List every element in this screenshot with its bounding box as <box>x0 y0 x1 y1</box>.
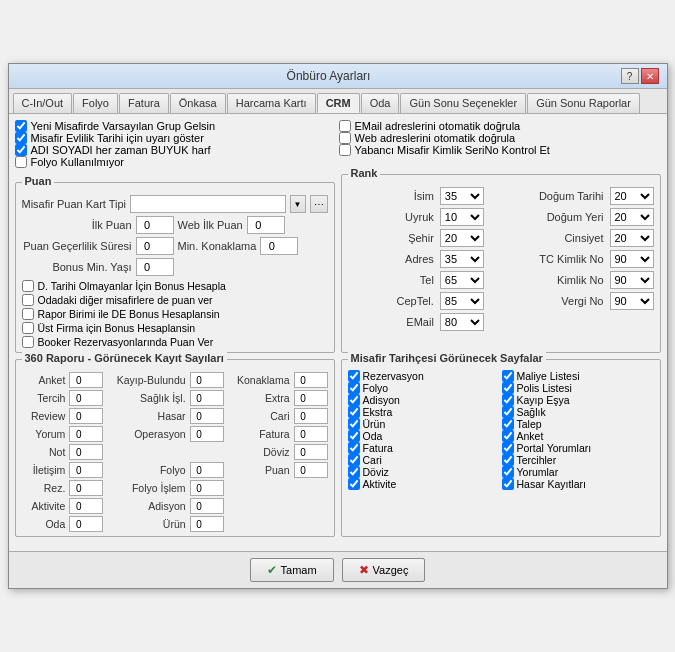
tab-gun-sonu-sec[interactable]: Gün Sonu Seçenekler <box>400 93 526 113</box>
tab-gun-sonu-rap[interactable]: Gün Sonu Raporlar <box>527 93 640 113</box>
hist-oda-input[interactable] <box>348 430 360 442</box>
check-ust-firma-input[interactable] <box>22 322 34 334</box>
tab-oda[interactable]: Oda <box>361 93 400 113</box>
report-konaklama-input[interactable] <box>294 372 328 388</box>
ilk-puan-input[interactable] <box>136 216 174 234</box>
hist-ekstra-input[interactable] <box>348 406 360 418</box>
hist-maliye-input[interactable] <box>502 370 514 382</box>
spacer <box>9 543 667 551</box>
tab-fatura[interactable]: Fatura <box>119 93 169 113</box>
report-puan-input[interactable] <box>294 462 328 478</box>
rank-vergi-select[interactable]: 90 <box>610 292 654 310</box>
check-web-input[interactable] <box>339 132 351 144</box>
check-dtarihi: D. Tarihi Olmayanlar İçin Bonus Hesapla <box>22 280 328 292</box>
report-cari-input[interactable] <box>294 408 328 424</box>
tab-crm[interactable]: CRM <box>317 93 360 113</box>
check-dtarihi-input[interactable] <box>22 280 34 292</box>
rank-adres-select[interactable]: 35 <box>440 250 484 268</box>
ok-label: Tamam <box>281 564 317 576</box>
check-evlilik: Misafir Evlilik Tarihi için uyarı göster <box>15 132 337 144</box>
report-operasyon-input[interactable] <box>190 426 224 442</box>
hist-urun-input[interactable] <box>348 418 360 430</box>
report-urun-input[interactable] <box>190 516 224 532</box>
web-ilk-puan-input[interactable] <box>247 216 285 234</box>
close-button[interactable]: ✕ <box>641 68 659 84</box>
cancel-button[interactable]: ✖ Vazgeç <box>342 558 426 582</box>
check-buyuk-harf-input[interactable] <box>15 144 27 156</box>
rank-tc-select[interactable]: 90 <box>610 250 654 268</box>
tab-folyo[interactable]: Folyo <box>73 93 118 113</box>
hist-rezervasyon-input[interactable] <box>348 370 360 382</box>
hist-folyo-input[interactable] <box>348 382 360 394</box>
report-saglik-input[interactable] <box>190 390 224 406</box>
check-odadaki-input[interactable] <box>22 294 34 306</box>
bonus-min-input[interactable] <box>136 258 174 276</box>
rank-email-select[interactable]: 80 <box>440 313 484 331</box>
check-rapor-input[interactable] <box>22 308 34 320</box>
tab-harcama[interactable]: Harcama Kartı <box>227 93 316 113</box>
check-yabanci-input[interactable] <box>339 144 351 156</box>
tab-cin-out[interactable]: C-In/Out <box>13 93 73 113</box>
rank-uyruk-select[interactable]: 10 <box>440 208 484 226</box>
hist-talep-input[interactable] <box>502 418 514 430</box>
report-tercih-input[interactable] <box>69 390 103 406</box>
report-folyo-input[interactable] <box>190 462 224 478</box>
rank-tel-select[interactable]: 65 <box>440 271 484 289</box>
report-oda-input[interactable] <box>69 516 103 532</box>
help-button[interactable]: ? <box>621 68 639 84</box>
check-folyo-input[interactable] <box>15 156 27 168</box>
report-adisyon-input[interactable] <box>190 498 224 514</box>
report-yorum-input[interactable] <box>69 426 103 442</box>
rank-sehir-select[interactable]: 20 <box>440 229 484 247</box>
report-iletisim-input[interactable] <box>69 462 103 478</box>
hist-tercihler-input[interactable] <box>502 454 514 466</box>
report-doviz-input[interactable] <box>294 444 328 460</box>
hist-saglik-input[interactable] <box>502 406 514 418</box>
hist-hasar-kayitlari: Hasar Kayıtları <box>502 478 654 490</box>
check-evlilik-input[interactable] <box>15 132 27 144</box>
tab-onkasa[interactable]: Önkasa <box>170 93 226 113</box>
hist-adisyon-input[interactable] <box>348 394 360 406</box>
hist-talep-label: Talep <box>517 418 542 430</box>
report-fatura-input[interactable] <box>294 426 328 442</box>
hist-fatura-input[interactable] <box>348 442 360 454</box>
report-aktivite-input[interactable] <box>69 498 103 514</box>
rank-kimlik-select[interactable]: 90 <box>610 271 654 289</box>
report-extra-input[interactable] <box>294 390 328 406</box>
hist-portal-input[interactable] <box>502 442 514 454</box>
hist-doviz-input[interactable] <box>348 466 360 478</box>
puan-extra-checks: D. Tarihi Olmayanlar İçin Bonus Hesapla … <box>22 280 328 348</box>
kart-tipi-search[interactable]: ⋯ <box>310 195 328 213</box>
hist-anket-input[interactable] <box>502 430 514 442</box>
kart-tipi-dropdown[interactable]: ▼ <box>290 195 306 213</box>
check-booker-input[interactable] <box>22 336 34 348</box>
report-rez-input[interactable] <box>69 480 103 496</box>
check-email-input[interactable] <box>339 120 351 132</box>
hist-polis-input[interactable] <box>502 382 514 394</box>
hist-aktivite-input[interactable] <box>348 478 360 490</box>
gecerlilik-input[interactable] <box>136 237 174 255</box>
rank-cinsiyet-select[interactable]: 20 <box>610 229 654 247</box>
hist-hasar-kayitlari-input[interactable] <box>502 478 514 490</box>
report-not-input[interactable] <box>69 444 103 460</box>
ilk-puan-row: İlk Puan Web İlk Puan <box>22 216 328 234</box>
check-folyo-label: Folyo Kullanılmıyor <box>31 156 125 168</box>
report-folyo-islem-input[interactable] <box>190 480 224 496</box>
hist-kayip-esya-input[interactable] <box>502 394 514 406</box>
hist-saglik-label: Sağlık <box>517 406 546 418</box>
rank-adres-label: Adres <box>348 253 434 265</box>
rank-dogum-yeri-select[interactable]: 20 <box>610 208 654 226</box>
report-anket-input[interactable] <box>69 372 103 388</box>
rank-isim-select[interactable]: 35 <box>440 187 484 205</box>
kart-tipi-input[interactable] <box>130 195 285 213</box>
check-yeni-misafir-input[interactable] <box>15 120 27 132</box>
hist-cari-input[interactable] <box>348 454 360 466</box>
report-kayip-input[interactable] <box>190 372 224 388</box>
report-hasar-input[interactable] <box>190 408 224 424</box>
rank-dogum-tarihi-select[interactable]: 20 <box>610 187 654 205</box>
report-review-input[interactable] <box>69 408 103 424</box>
rank-ceptel-select[interactable]: 85 <box>440 292 484 310</box>
min-konaklama-input[interactable] <box>260 237 298 255</box>
ok-button[interactable]: ✔ Tamam <box>250 558 334 582</box>
hist-yorumlar-input[interactable] <box>502 466 514 478</box>
